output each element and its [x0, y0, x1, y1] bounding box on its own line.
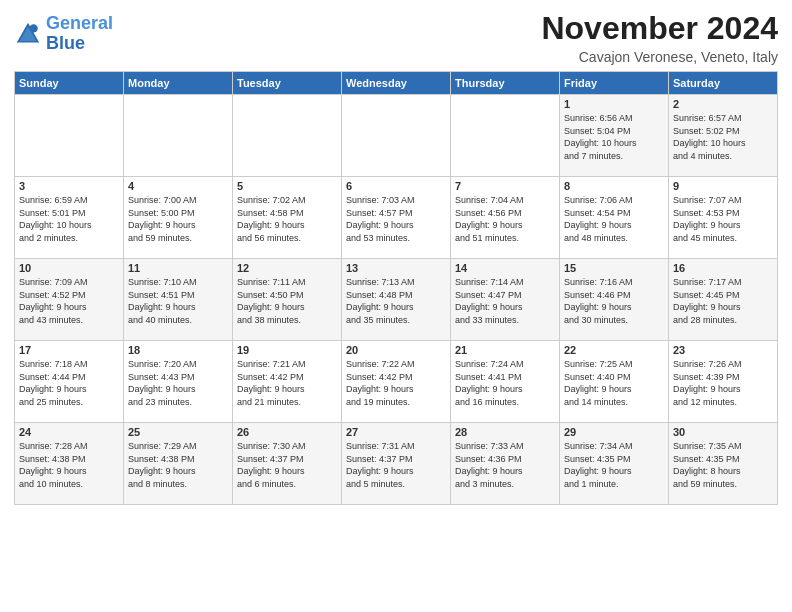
day-info: Sunrise: 7:18 AM Sunset: 4:44 PM Dayligh… — [19, 358, 119, 408]
day-number: 13 — [346, 262, 446, 274]
day-number: 23 — [673, 344, 773, 356]
day-number: 12 — [237, 262, 337, 274]
calendar-cell: 28Sunrise: 7:33 AM Sunset: 4:36 PM Dayli… — [451, 423, 560, 505]
calendar-week-5: 24Sunrise: 7:28 AM Sunset: 4:38 PM Dayli… — [15, 423, 778, 505]
calendar-cell: 23Sunrise: 7:26 AM Sunset: 4:39 PM Dayli… — [669, 341, 778, 423]
day-number: 14 — [455, 262, 555, 274]
calendar-cell: 27Sunrise: 7:31 AM Sunset: 4:37 PM Dayli… — [342, 423, 451, 505]
day-number: 16 — [673, 262, 773, 274]
day-info: Sunrise: 7:10 AM Sunset: 4:51 PM Dayligh… — [128, 276, 228, 326]
calendar-cell — [124, 95, 233, 177]
day-number: 3 — [19, 180, 119, 192]
weekday-tuesday: Tuesday — [233, 72, 342, 95]
day-info: Sunrise: 7:13 AM Sunset: 4:48 PM Dayligh… — [346, 276, 446, 326]
weekday-wednesday: Wednesday — [342, 72, 451, 95]
calendar-cell: 29Sunrise: 7:34 AM Sunset: 4:35 PM Dayli… — [560, 423, 669, 505]
logo: General Blue — [14, 14, 113, 54]
day-info: Sunrise: 7:00 AM Sunset: 5:00 PM Dayligh… — [128, 194, 228, 244]
calendar-cell — [451, 95, 560, 177]
calendar-cell: 19Sunrise: 7:21 AM Sunset: 4:42 PM Dayli… — [233, 341, 342, 423]
page-container: General Blue November 2024 Cavajon Veron… — [0, 0, 792, 513]
day-number: 25 — [128, 426, 228, 438]
day-info: Sunrise: 7:06 AM Sunset: 4:54 PM Dayligh… — [564, 194, 664, 244]
day-info: Sunrise: 6:57 AM Sunset: 5:02 PM Dayligh… — [673, 112, 773, 162]
day-number: 27 — [346, 426, 446, 438]
calendar-week-4: 17Sunrise: 7:18 AM Sunset: 4:44 PM Dayli… — [15, 341, 778, 423]
day-info: Sunrise: 7:22 AM Sunset: 4:42 PM Dayligh… — [346, 358, 446, 408]
month-title: November 2024 — [541, 10, 778, 47]
calendar-cell: 5Sunrise: 7:02 AM Sunset: 4:58 PM Daylig… — [233, 177, 342, 259]
day-info: Sunrise: 6:59 AM Sunset: 5:01 PM Dayligh… — [19, 194, 119, 244]
calendar-cell: 18Sunrise: 7:20 AM Sunset: 4:43 PM Dayli… — [124, 341, 233, 423]
calendar-week-1: 1Sunrise: 6:56 AM Sunset: 5:04 PM Daylig… — [15, 95, 778, 177]
calendar-cell: 11Sunrise: 7:10 AM Sunset: 4:51 PM Dayli… — [124, 259, 233, 341]
day-info: Sunrise: 7:31 AM Sunset: 4:37 PM Dayligh… — [346, 440, 446, 490]
day-number: 28 — [455, 426, 555, 438]
weekday-header-row: SundayMondayTuesdayWednesdayThursdayFrid… — [15, 72, 778, 95]
calendar-cell: 26Sunrise: 7:30 AM Sunset: 4:37 PM Dayli… — [233, 423, 342, 505]
day-info: Sunrise: 7:16 AM Sunset: 4:46 PM Dayligh… — [564, 276, 664, 326]
calendar-cell: 3Sunrise: 6:59 AM Sunset: 5:01 PM Daylig… — [15, 177, 124, 259]
day-info: Sunrise: 7:09 AM Sunset: 4:52 PM Dayligh… — [19, 276, 119, 326]
calendar-cell — [15, 95, 124, 177]
day-number: 21 — [455, 344, 555, 356]
day-number: 2 — [673, 98, 773, 110]
weekday-monday: Monday — [124, 72, 233, 95]
location: Cavajon Veronese, Veneto, Italy — [541, 49, 778, 65]
day-info: Sunrise: 7:03 AM Sunset: 4:57 PM Dayligh… — [346, 194, 446, 244]
calendar-cell: 15Sunrise: 7:16 AM Sunset: 4:46 PM Dayli… — [560, 259, 669, 341]
day-number: 7 — [455, 180, 555, 192]
day-info: Sunrise: 7:29 AM Sunset: 4:38 PM Dayligh… — [128, 440, 228, 490]
calendar-cell: 12Sunrise: 7:11 AM Sunset: 4:50 PM Dayli… — [233, 259, 342, 341]
day-info: Sunrise: 7:33 AM Sunset: 4:36 PM Dayligh… — [455, 440, 555, 490]
calendar-cell: 21Sunrise: 7:24 AM Sunset: 4:41 PM Dayli… — [451, 341, 560, 423]
day-number: 10 — [19, 262, 119, 274]
weekday-thursday: Thursday — [451, 72, 560, 95]
calendar-cell: 8Sunrise: 7:06 AM Sunset: 4:54 PM Daylig… — [560, 177, 669, 259]
calendar-cell: 24Sunrise: 7:28 AM Sunset: 4:38 PM Dayli… — [15, 423, 124, 505]
day-info: Sunrise: 7:28 AM Sunset: 4:38 PM Dayligh… — [19, 440, 119, 490]
day-number: 24 — [19, 426, 119, 438]
day-number: 20 — [346, 344, 446, 356]
day-number: 9 — [673, 180, 773, 192]
calendar-cell: 20Sunrise: 7:22 AM Sunset: 4:42 PM Dayli… — [342, 341, 451, 423]
weekday-saturday: Saturday — [669, 72, 778, 95]
day-info: Sunrise: 7:17 AM Sunset: 4:45 PM Dayligh… — [673, 276, 773, 326]
day-info: Sunrise: 7:04 AM Sunset: 4:56 PM Dayligh… — [455, 194, 555, 244]
calendar-cell: 9Sunrise: 7:07 AM Sunset: 4:53 PM Daylig… — [669, 177, 778, 259]
day-number: 4 — [128, 180, 228, 192]
calendar-cell: 30Sunrise: 7:35 AM Sunset: 4:35 PM Dayli… — [669, 423, 778, 505]
calendar-cell: 22Sunrise: 7:25 AM Sunset: 4:40 PM Dayli… — [560, 341, 669, 423]
day-info: Sunrise: 7:20 AM Sunset: 4:43 PM Dayligh… — [128, 358, 228, 408]
calendar-week-3: 10Sunrise: 7:09 AM Sunset: 4:52 PM Dayli… — [15, 259, 778, 341]
day-info: Sunrise: 6:56 AM Sunset: 5:04 PM Dayligh… — [564, 112, 664, 162]
calendar-cell: 13Sunrise: 7:13 AM Sunset: 4:48 PM Dayli… — [342, 259, 451, 341]
day-info: Sunrise: 7:34 AM Sunset: 4:35 PM Dayligh… — [564, 440, 664, 490]
calendar-cell: 4Sunrise: 7:00 AM Sunset: 5:00 PM Daylig… — [124, 177, 233, 259]
calendar-table: SundayMondayTuesdayWednesdayThursdayFrid… — [14, 71, 778, 505]
logo-text: General Blue — [46, 14, 113, 54]
logo-general: General — [46, 13, 113, 33]
day-number: 8 — [564, 180, 664, 192]
day-info: Sunrise: 7:30 AM Sunset: 4:37 PM Dayligh… — [237, 440, 337, 490]
page-header: General Blue November 2024 Cavajon Veron… — [14, 10, 778, 65]
day-number: 15 — [564, 262, 664, 274]
day-number: 26 — [237, 426, 337, 438]
day-number: 18 — [128, 344, 228, 356]
day-number: 1 — [564, 98, 664, 110]
logo-blue: Blue — [46, 33, 85, 53]
calendar-cell: 6Sunrise: 7:03 AM Sunset: 4:57 PM Daylig… — [342, 177, 451, 259]
day-number: 11 — [128, 262, 228, 274]
day-number: 30 — [673, 426, 773, 438]
day-number: 5 — [237, 180, 337, 192]
title-block: November 2024 Cavajon Veronese, Veneto, … — [541, 10, 778, 65]
day-number: 22 — [564, 344, 664, 356]
logo-icon — [14, 20, 42, 48]
day-number: 29 — [564, 426, 664, 438]
day-info: Sunrise: 7:26 AM Sunset: 4:39 PM Dayligh… — [673, 358, 773, 408]
calendar-cell: 1Sunrise: 6:56 AM Sunset: 5:04 PM Daylig… — [560, 95, 669, 177]
day-number: 19 — [237, 344, 337, 356]
day-number: 17 — [19, 344, 119, 356]
day-info: Sunrise: 7:14 AM Sunset: 4:47 PM Dayligh… — [455, 276, 555, 326]
calendar-cell: 16Sunrise: 7:17 AM Sunset: 4:45 PM Dayli… — [669, 259, 778, 341]
